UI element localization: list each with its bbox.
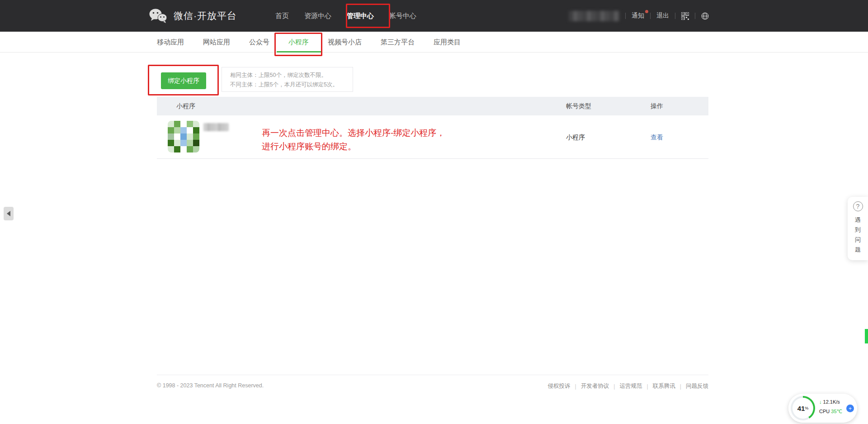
account-type-cell: 小程序 — [566, 115, 585, 159]
tab-mini-program[interactable]: 小程序 — [288, 32, 309, 52]
footer-link-operation-rules[interactable]: 运营规范 — [620, 382, 642, 390]
divider: | — [613, 383, 615, 390]
network-speed: ↓ 12.1K/s — [819, 399, 840, 405]
plus-icon[interactable]: + — [846, 405, 854, 412]
tab-official-account[interactable]: 公众号 — [249, 32, 269, 52]
qr-code-icon[interactable] — [681, 12, 689, 20]
annotation-line-1: 再一次点击管理中心。选择小程序-绑定小程序， — [262, 126, 445, 140]
help-widget-label: 遇到问题 — [854, 215, 862, 255]
brand-area: 微信·开放平台 — [148, 0, 237, 32]
primary-nav: 首页 资源中心 管理中心 帐号中心 — [275, 0, 416, 32]
brand-title: 微信·开放平台 — [174, 10, 237, 22]
wechat-logo-icon — [148, 8, 168, 24]
footer-link-infringement[interactable]: 侵权投诉 — [548, 382, 571, 390]
footer-link-developer-agreement[interactable]: 开发者协议 — [581, 382, 609, 390]
tab-mobile-app[interactable]: 移动应用 — [157, 32, 184, 52]
logout-link[interactable]: 退出 — [656, 12, 669, 20]
view-link[interactable]: 查看 — [651, 115, 663, 159]
divider — [625, 13, 626, 19]
top-header: 微信·开放平台 首页 资源中心 管理中心 帐号中心 通知 退出 — [0, 0, 868, 32]
mini-program-avatar-blurred — [168, 121, 199, 152]
divider: | — [575, 383, 576, 390]
tab-app-category[interactable]: 应用类目 — [434, 32, 461, 52]
hint-line-2: 不同主体：上限5个，本月还可以绑定5次。 — [230, 80, 353, 90]
help-floating-widget[interactable]: ? 遇到问题 — [848, 197, 868, 260]
nav-home[interactable]: 首页 — [275, 12, 289, 20]
network-speed-value: 12.1K/s — [823, 399, 840, 405]
usage-ring: 41% — [791, 396, 815, 420]
table-row: 再一次点击管理中心。选择小程序-绑定小程序， 进行小程序账号的绑定。 小程序 查… — [157, 115, 708, 159]
tab-third-party-platform[interactable]: 第三方平台 — [381, 32, 415, 52]
nav-resource-center[interactable]: 资源中心 — [304, 12, 331, 20]
account-name-blurred[interactable] — [569, 11, 619, 21]
column-mini-program: 小程序 — [176, 97, 195, 115]
bind-quota-hint: 相同主体：上限50个，绑定次数不限。 不同主体：上限5个，本月还可以绑定5次。 — [222, 67, 353, 92]
tutorial-annotation: 再一次点击管理中心。选择小程序-绑定小程序， 进行小程序账号的绑定。 — [262, 126, 445, 153]
download-arrow-icon: ↓ — [819, 399, 822, 405]
mini-program-name-blurred — [203, 123, 229, 131]
footer-link-contact-tencent[interactable]: 联系腾讯 — [653, 382, 675, 390]
app-type-tabbar: 移动应用 网站应用 公众号 小程序 视频号小店 第三方平台 应用类目 — [0, 32, 868, 52]
cpu-temperature: 35℃ — [831, 409, 842, 414]
copyright-text: © 1998 - 2023 Tencent All Right Reserved… — [157, 382, 264, 390]
bind-mini-program-button[interactable]: 绑定小程序 — [161, 72, 206, 89]
mini-program-table: 小程序 帐号类型 操作 再一次点击管理中心。选择小程序-绑定小程序， 进行小程序… — [157, 97, 708, 159]
page-footer: © 1998 - 2023 Tencent All Right Reserved… — [157, 375, 708, 390]
divider — [675, 13, 675, 19]
language-globe-icon[interactable] — [701, 12, 709, 20]
usage-percent: 41 — [797, 405, 805, 412]
question-mark-icon: ? — [853, 201, 863, 211]
footer-links: 侵权投诉| 开发者协议| 运营规范| 联系腾讯| 问题反馈 — [548, 382, 709, 390]
cpu-status: CPU 35℃ — [819, 409, 842, 414]
nav-account-center[interactable]: 帐号中心 — [389, 12, 416, 20]
divider — [695, 13, 695, 19]
column-action: 操作 — [651, 97, 663, 115]
column-account-type: 帐号类型 — [566, 97, 591, 115]
tab-website-app[interactable]: 网站应用 — [203, 32, 230, 52]
usage-ring-value: 41% — [793, 398, 813, 419]
divider: | — [647, 383, 648, 390]
notification-dot — [645, 10, 648, 13]
usage-percent-unit: % — [805, 406, 808, 410]
wechat-open-platform-page: 微信·开放平台 首页 资源中心 管理中心 帐号中心 通知 退出 — [0, 0, 868, 424]
nav-management-center[interactable]: 管理中心 — [347, 12, 374, 20]
sidebar-collapse-button[interactable] — [4, 207, 14, 220]
cpu-label: CPU — [819, 409, 830, 414]
performance-monitor-widget: 41% ↓ 12.1K/s CPU 35℃ + — [788, 394, 857, 423]
divider — [650, 13, 651, 19]
tab-channels-shop[interactable]: 视频号小店 — [328, 32, 362, 52]
divider: | — [680, 383, 681, 390]
table-header: 小程序 帐号类型 操作 — [157, 97, 708, 115]
collapse-arrow-icon — [7, 211, 10, 216]
notifications-link[interactable]: 通知 — [632, 12, 644, 20]
annotation-line-2: 进行小程序账号的绑定。 — [262, 140, 445, 153]
hint-line-1: 相同主体：上限50个，绑定次数不限。 — [230, 71, 353, 80]
header-right-cluster: 通知 退出 — [569, 0, 709, 32]
footer-link-feedback[interactable]: 问题反馈 — [686, 382, 708, 390]
scrollbar-green-marker — [865, 329, 868, 343]
